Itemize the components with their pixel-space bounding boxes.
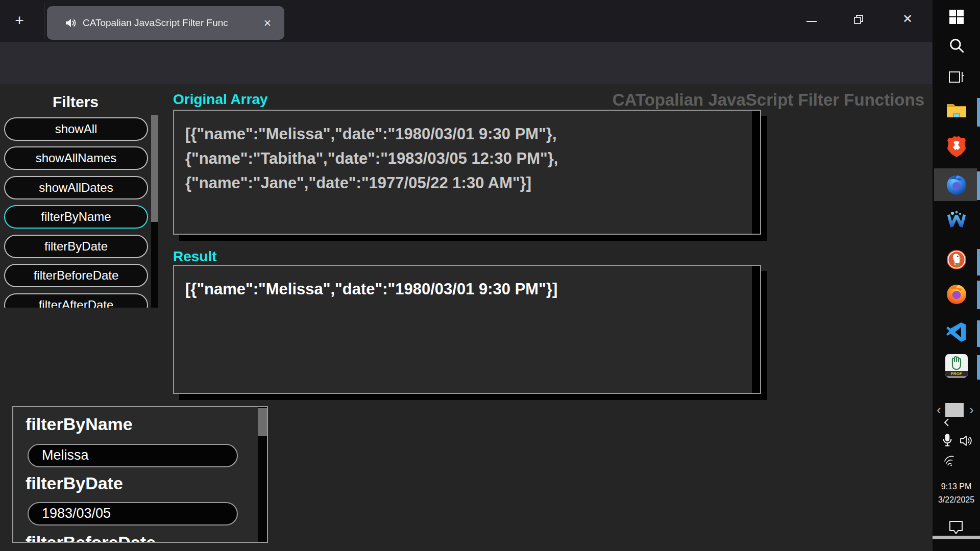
filter-button-showAll[interactable]: showAll — [4, 117, 148, 141]
filter-button-filterAfterDate[interactable]: filterAfterDate — [4, 293, 148, 308]
tab-audio-icon[interactable] — [64, 17, 77, 29]
new-tab-button[interactable]: + — [8, 9, 31, 32]
vscode-icon — [946, 321, 967, 343]
prof-badge: PROF — [945, 371, 968, 377]
window-minimize-button[interactable] — [801, 10, 822, 31]
result-text: [{"name":"Melissa","date":"1980/03/01 9:… — [185, 277, 740, 302]
taskbar-scrollbar-thumb[interactable] — [945, 403, 964, 417]
tray-expand-button[interactable] — [942, 417, 952, 428]
tray-clock-time[interactable]: 9:13 PM — [933, 482, 980, 491]
filter-controls-panel: filterByName filterByDate filterBeforeDa… — [12, 406, 268, 543]
tray-clock-date[interactable]: 3/22/2025 — [933, 495, 980, 505]
task-view-button[interactable] — [933, 69, 980, 85]
page-title: CATopalian JavaScript Filter Functions — [465, 90, 924, 110]
taskbar-icon-firefox[interactable] — [933, 283, 980, 305]
filters-heading: Filters — [0, 93, 151, 111]
original-array-heading: Original Array — [173, 91, 268, 108]
filter-button-showAllNames[interactable]: showAllNames — [4, 146, 148, 170]
taskbar-search-button[interactable] — [933, 37, 980, 54]
filter-button-showAllDates[interactable]: showAllDates — [4, 176, 148, 199]
panel-scrollbar[interactable] — [258, 407, 267, 542]
active-tab[interactable]: CATopalian JavaScript Filter Func ✕ — [47, 6, 284, 40]
taskbar-icon-vscode[interactable] — [933, 321, 980, 343]
taskbar-icon-prof-hand-app[interactable]: PROF — [933, 354, 980, 378]
restore-icon — [853, 14, 864, 24]
search-icon — [948, 37, 965, 54]
file-explorer-icon — [946, 101, 967, 119]
tab-strip: + CATopalian JavaScript Filter Func ✕ ✕ — [0, 0, 933, 42]
chevron-left-icon — [942, 417, 952, 428]
filterBeforeDate-label: filterBeforeDate — [26, 533, 156, 543]
filterByDate-input[interactable] — [28, 502, 238, 525]
filter-button-list: showAll showAllNames showAllDates filter… — [0, 115, 159, 308]
wifi-icon — [943, 453, 957, 466]
window-restore-button[interactable] — [848, 9, 869, 30]
result-box[interactable]: [{"name":"Melissa","date":"1980/03/01 9:… — [173, 265, 761, 394]
navigation-toolbar: ← → file:///D:/_1Code/0_JS_Published/app… — [0, 42, 933, 84]
tray-network[interactable] — [943, 453, 957, 466]
taskbar-icon-duckduckgo[interactable] — [933, 249, 980, 270]
windows-taskbar: PROF ‹ › 9:13 PM 3/22/2025 — [933, 0, 980, 551]
filter-button-filterByDate[interactable]: filterByDate — [4, 235, 148, 258]
notification-icon — [948, 519, 964, 536]
windows-logo-icon — [949, 9, 964, 24]
original-array-box[interactable]: [{"name":"Melissa","date":"1980/03/01 9:… — [173, 110, 761, 235]
tab-close-icon[interactable]: ✕ — [263, 17, 272, 29]
taskbar-icon-brave[interactable] — [933, 136, 980, 158]
textarea-scrollbar[interactable] — [752, 266, 760, 393]
action-center-button[interactable] — [948, 519, 964, 536]
speaker-icon — [959, 435, 973, 447]
tray-volume[interactable] — [959, 435, 973, 447]
duckduckgo-icon — [946, 249, 967, 270]
filter-list-scrollbar[interactable] — [151, 115, 158, 308]
taskbar-scroll-left[interactable]: ‹ — [937, 402, 941, 417]
brave-icon — [946, 136, 967, 158]
tab-separator — [44, 3, 44, 39]
page-content: Filters showAll showAllNames showAllDate… — [0, 84, 933, 551]
scrollbar-thumb[interactable] — [151, 115, 158, 222]
microphone-icon — [941, 433, 954, 448]
taskbar-scroll-right[interactable]: › — [969, 402, 974, 417]
start-button[interactable] — [933, 9, 980, 24]
window-close-button[interactable]: ✕ — [897, 8, 918, 29]
firefox-icon — [945, 283, 968, 305]
scrollbar-thumb[interactable] — [258, 408, 267, 436]
textarea-scrollbar[interactable] — [752, 111, 760, 234]
task-view-icon — [948, 69, 965, 85]
taskbar-bottom-strip[interactable] — [933, 536, 980, 539]
minimize-icon — [806, 21, 817, 22]
filterByName-label: filterByName — [26, 414, 133, 434]
prof-hand-icon: PROF — [945, 354, 968, 378]
blue-fox-browser-icon — [945, 173, 968, 196]
filter-button-filterByName[interactable]: filterByName — [4, 205, 148, 229]
browser-window: + CATopalian JavaScript Filter Func ✕ ✕ … — [0, 0, 933, 551]
original-array-text: [{"name":"Melissa","date":"1980/03/01 9:… — [185, 122, 740, 195]
filterByName-input[interactable] — [28, 444, 238, 467]
waterfox-icon — [945, 210, 968, 231]
tab-title: CATopalian JavaScript Filter Func — [83, 17, 256, 29]
taskbar-icon-file-explorer[interactable] — [933, 101, 980, 119]
result-heading: Result — [173, 248, 217, 265]
taskbar-icon-blue-fox-browser[interactable] — [933, 173, 980, 196]
filter-button-filterBeforeDate[interactable]: filterBeforeDate — [4, 264, 148, 287]
taskbar-icon-waterfox[interactable] — [933, 210, 980, 231]
tray-microphone[interactable] — [941, 433, 954, 448]
filterByDate-label: filterByDate — [26, 473, 123, 493]
